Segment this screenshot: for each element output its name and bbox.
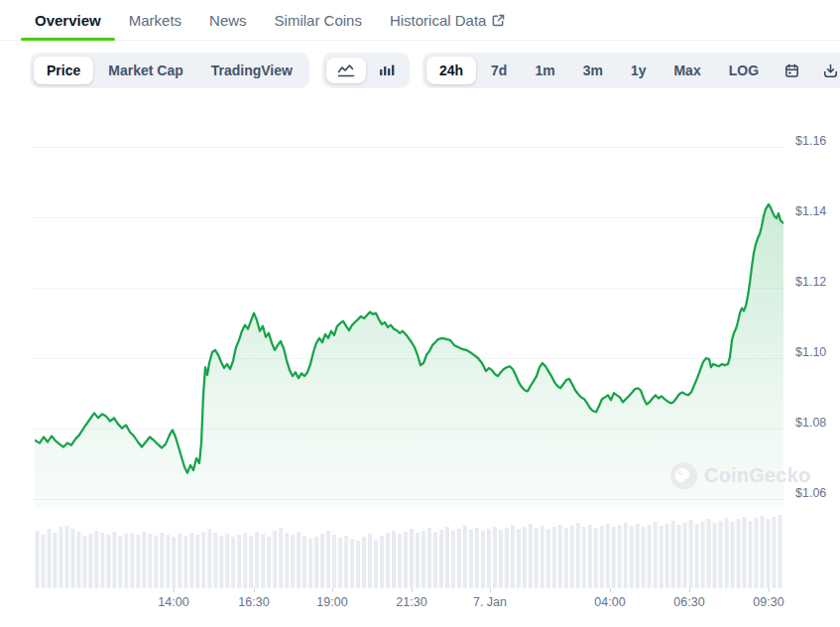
volume-bar bbox=[529, 524, 533, 588]
volume-bar bbox=[94, 531, 98, 588]
volume-bar bbox=[178, 534, 181, 588]
volume-bar bbox=[689, 520, 693, 588]
y-axis-label: $1.08 bbox=[795, 416, 826, 430]
volume-bar bbox=[71, 529, 75, 588]
range-1y[interactable]: 1y bbox=[618, 57, 660, 84]
tab-label: Overview bbox=[35, 12, 101, 29]
bar-chart-button[interactable] bbox=[368, 58, 406, 83]
volume-bar bbox=[576, 523, 580, 588]
volume-bar bbox=[273, 531, 277, 588]
volume-bar bbox=[320, 534, 324, 588]
volume-bar bbox=[445, 527, 449, 588]
volume-bar bbox=[427, 528, 431, 588]
volume-bar bbox=[65, 526, 69, 588]
tab-label: Similar Coins bbox=[275, 12, 362, 29]
volume-bar bbox=[755, 518, 759, 588]
volume-bar bbox=[88, 534, 92, 588]
bar-chart-icon bbox=[379, 63, 395, 77]
volume-bar bbox=[749, 521, 753, 588]
volume-bar bbox=[54, 533, 58, 588]
x-axis-tick bbox=[174, 588, 175, 592]
volume-bar bbox=[624, 523, 628, 588]
price-area-chart[interactable] bbox=[35, 109, 783, 508]
tab-news[interactable]: News bbox=[195, 0, 261, 40]
tab-overview[interactable]: Overview bbox=[21, 0, 115, 40]
volume-bar bbox=[225, 534, 229, 588]
volume-bar bbox=[499, 530, 503, 588]
x-axis-tick bbox=[332, 588, 333, 592]
volume-bar bbox=[112, 532, 116, 588]
volume-bar bbox=[166, 535, 170, 588]
calendar-button[interactable] bbox=[774, 58, 810, 84]
line-chart-button[interactable] bbox=[326, 58, 366, 83]
volume-bar bbox=[297, 532, 300, 588]
volume-bar bbox=[469, 530, 473, 588]
volume-bar bbox=[118, 536, 122, 588]
volume-bar bbox=[183, 536, 187, 588]
volume-bar bbox=[713, 523, 717, 588]
x-axis-label: 21:30 bbox=[396, 595, 426, 609]
x-axis-label: 7. Jan bbox=[473, 595, 507, 609]
volume-bar bbox=[660, 526, 663, 588]
volume-bar-chart[interactable] bbox=[35, 513, 783, 588]
volume-bar bbox=[302, 536, 306, 588]
volume-bar bbox=[761, 516, 765, 588]
volume-bar bbox=[433, 532, 437, 588]
volume-bar bbox=[404, 532, 408, 588]
volume-bar bbox=[356, 541, 360, 588]
volume-bar bbox=[523, 527, 527, 588]
range-log[interactable]: LOG bbox=[716, 57, 772, 84]
volume-bar bbox=[42, 535, 46, 588]
tab-markets[interactable]: Markets bbox=[115, 0, 195, 40]
metric-tab-price[interactable]: Price bbox=[34, 57, 93, 84]
volume-bar bbox=[308, 539, 312, 588]
range-7d[interactable]: 7d bbox=[478, 57, 520, 84]
volume-bar bbox=[36, 531, 40, 588]
volume-bar bbox=[398, 534, 402, 588]
range-1m[interactable]: 1m bbox=[522, 57, 567, 84]
volume-bar bbox=[570, 526, 574, 588]
volume-bar bbox=[636, 524, 640, 588]
volume-bar bbox=[368, 534, 372, 588]
download-button[interactable] bbox=[812, 58, 840, 84]
volume-bar bbox=[517, 529, 521, 588]
volume-bar bbox=[743, 517, 747, 588]
volume-bar bbox=[767, 519, 771, 588]
volume-bar bbox=[505, 528, 509, 588]
volume-bar bbox=[314, 537, 318, 588]
metric-tab-tradingview[interactable]: TradingView bbox=[198, 57, 305, 84]
volume-bar bbox=[261, 534, 265, 588]
volume-bar bbox=[231, 537, 235, 588]
tab-historical-data[interactable]: Historical Data bbox=[376, 0, 520, 40]
volume-bar bbox=[683, 523, 687, 588]
range-24h[interactable]: 24h bbox=[426, 57, 476, 84]
x-axis-tick bbox=[254, 588, 255, 592]
volume-bar bbox=[213, 533, 217, 588]
metric-tab-market-cap[interactable]: Market Cap bbox=[95, 57, 195, 84]
volume-bar bbox=[630, 526, 634, 588]
volume-bar bbox=[201, 532, 205, 588]
x-axis-tick bbox=[769, 588, 770, 592]
volume-bar bbox=[737, 519, 741, 588]
volume-bar bbox=[451, 531, 455, 588]
volume-bar bbox=[654, 522, 658, 588]
range-max[interactable]: Max bbox=[660, 57, 713, 84]
x-axis-label: 09:30 bbox=[753, 595, 783, 609]
volume-bar bbox=[719, 521, 723, 588]
watermark-label: CoinGecko bbox=[704, 464, 810, 487]
y-axis-label: $1.12 bbox=[795, 275, 826, 289]
volume-bar bbox=[416, 533, 420, 588]
page-tabbar: OverviewMarketsNewsSimilar CoinsHistoric… bbox=[0, 0, 840, 41]
tab-label: News bbox=[209, 12, 247, 29]
volume-bar bbox=[594, 528, 598, 588]
volume-bar bbox=[546, 529, 550, 588]
tab-similar-coins[interactable]: Similar Coins bbox=[261, 0, 376, 40]
volume-bar bbox=[326, 531, 330, 588]
volume-bar bbox=[421, 531, 425, 588]
metric-segment: PriceMarket CapTradingView bbox=[30, 53, 309, 88]
range-3m[interactable]: 3m bbox=[570, 57, 616, 84]
volume-bar bbox=[160, 533, 164, 588]
volume-bar bbox=[463, 526, 467, 588]
volume-bar bbox=[535, 528, 539, 588]
line-chart-icon bbox=[337, 63, 355, 77]
